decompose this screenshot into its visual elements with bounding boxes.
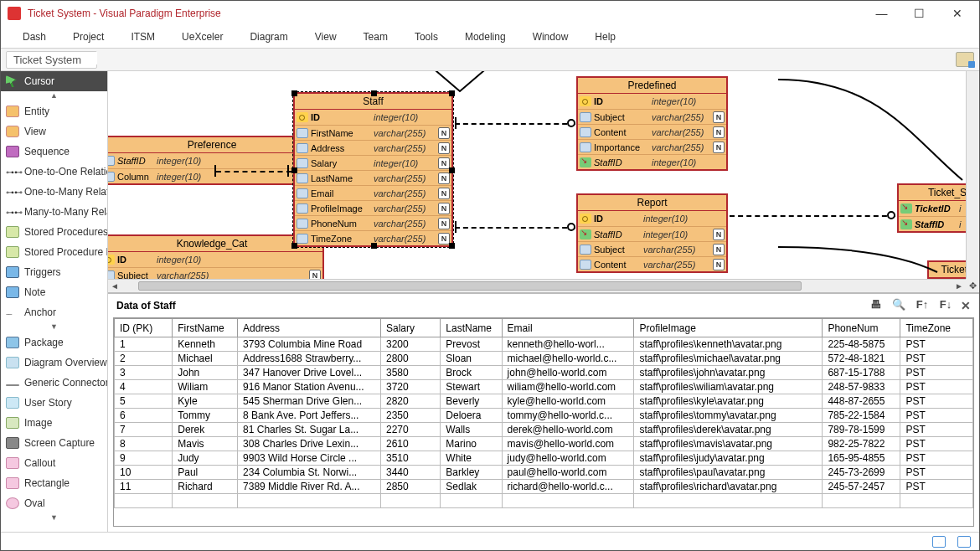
table-cell[interactable]: White <box>441 451 502 466</box>
entity-column[interactable]: IDinteger(10) <box>295 110 451 125</box>
maximize-button[interactable]: ☐ <box>900 2 938 25</box>
table-cell[interactable]: 7 <box>115 423 173 437</box>
table-cell[interactable]: 2820 <box>380 394 440 409</box>
table-cell[interactable]: 572-48-1821 <box>823 352 900 366</box>
sort-asc-button[interactable]: F↑ <box>914 298 931 313</box>
table-cell[interactable]: 3580 <box>380 366 440 380</box>
table-row-empty[interactable] <box>115 494 973 508</box>
column-header[interactable]: ID (PK) <box>115 319 173 337</box>
table-row[interactable]: 11Richard7389 Middle River Rd. A...2850S… <box>115 480 973 494</box>
table-cell[interactable]: 308 Charles Drive Lexin... <box>238 437 381 451</box>
menu-itsm[interactable]: ITSM <box>117 28 168 46</box>
table-cell[interactable]: 982-25-7822 <box>823 437 900 451</box>
menu-uexceler[interactable]: UeXceler <box>168 28 236 46</box>
doc-icon[interactable] <box>957 536 971 548</box>
table-cell[interactable]: kenneth@hello-worl... <box>502 337 634 352</box>
table-cell[interactable]: derek@hello-world.com <box>502 423 634 437</box>
menu-project[interactable]: Project <box>59 28 117 46</box>
table-cell[interactable]: PST <box>900 437 973 451</box>
sort-desc-button[interactable]: F↓ <box>937 298 954 313</box>
table-cell[interactable]: PST <box>900 380 973 394</box>
table-cell[interactable]: Wiliam <box>173 380 238 394</box>
table-cell[interactable]: 3440 <box>380 466 440 480</box>
table-cell[interactable]: mavis@hello-world.com <box>502 437 634 451</box>
menu-help[interactable]: Help <box>581 28 629 46</box>
table-cell[interactable]: 785-22-1584 <box>823 409 900 423</box>
table-cell[interactable]: PST <box>900 451 973 466</box>
table-cell[interactable]: 8 Bank Ave. Port Jeffers... <box>238 409 381 423</box>
table-cell[interactable]: Barkley <box>441 466 502 480</box>
table-cell[interactable]: 6 <box>115 409 173 423</box>
table-row[interactable]: 4Wiliam916 Manor Station Avenu...3720Ste… <box>115 380 973 394</box>
entity-column[interactable]: IDinteger(10) <box>578 211 726 226</box>
table-cell[interactable]: michael@hello-world.c... <box>502 352 634 366</box>
tool-user-story[interactable]: User Story <box>1 393 107 413</box>
table-cell[interactable]: 248-57-9833 <box>823 380 900 394</box>
table-cell[interactable]: 245-57-2457 <box>823 480 900 494</box>
table-cell[interactable]: Sedlak <box>441 480 502 494</box>
table-row[interactable]: 10Paul234 Columbia St. Norwi...3440Barkl… <box>115 466 973 480</box>
menu-modeling[interactable]: Modeling <box>451 28 519 46</box>
table-cell[interactable]: PST <box>900 337 973 352</box>
table-cell[interactable]: 7389 Middle River Rd. A... <box>238 480 381 494</box>
table-cell[interactable]: PST <box>900 466 973 480</box>
table-cell[interactable]: Address1688 Strawberry... <box>238 352 381 366</box>
table-row[interactable]: 1Kenneth3793 Columbia Mine Road3200Prevo… <box>115 337 973 352</box>
table-cell[interactable]: staff\profiles\mavis\avatar.png <box>634 437 823 451</box>
table-cell[interactable]: Mavis <box>173 437 238 451</box>
diagram-canvas[interactable]: Preference StaffIDinteger(10)NColumninte… <box>108 71 979 293</box>
connector[interactable] <box>216 171 291 173</box>
table-cell[interactable]: 2350 <box>380 409 440 423</box>
column-header[interactable]: PhoneNum <box>823 319 900 337</box>
table-cell[interactable]: 2270 <box>380 423 440 437</box>
table-cell[interactable]: 3510 <box>380 451 440 466</box>
entity-column[interactable]: Contentvarchar(255)N <box>578 256 726 271</box>
tool-stored-procedures[interactable]: Stored Procedures <box>1 222 107 242</box>
table-cell[interactable]: 234 Columbia St. Norwi... <box>238 466 381 480</box>
table-cell[interactable]: 9 <box>115 451 173 466</box>
entity-column[interactable]: StaffIDinteger(10)N <box>578 226 726 241</box>
table-cell[interactable]: Paul <box>173 466 238 480</box>
mail-icon[interactable] <box>932 536 946 548</box>
table-cell[interactable]: PST <box>900 366 973 380</box>
table-cell[interactable]: Michael <box>173 352 238 366</box>
table-cell[interactable]: staff\profiles\michael\avatar.png <box>634 352 823 366</box>
table-cell[interactable]: PST <box>900 423 973 437</box>
table-cell[interactable]: 81 Charles St. Sugar La... <box>238 423 381 437</box>
table-row[interactable]: 2MichaelAddress1688 Strawberry...2800Slo… <box>115 352 973 366</box>
tool-screen-capture[interactable]: Screen Capture <box>1 433 107 453</box>
table-cell[interactable]: staff\profiles\paul\avatar.png <box>634 466 823 480</box>
table-row[interactable]: 7Derek81 Charles St. Sugar La...2270Wall… <box>115 423 973 437</box>
tool-generic-connector[interactable]: Generic Connector <box>1 373 107 393</box>
connector[interactable] <box>455 123 575 125</box>
diagram-navigator-icon[interactable] <box>956 52 974 67</box>
table-cell[interactable]: staff\profiles\kyle\avatar.png <box>634 394 823 409</box>
horizontal-scrollbar[interactable]: ◄► <box>108 279 966 292</box>
palette-expand-icon[interactable]: ▼ <box>1 322 107 332</box>
find-icon[interactable]: 🔍 <box>890 298 907 313</box>
table-cell[interactable]: 3200 <box>380 337 440 352</box>
table-cell[interactable]: 3793 Columbia Mine Road <box>238 337 381 352</box>
tool-entity[interactable]: Entity <box>1 101 107 121</box>
table-cell[interactable]: Marino <box>441 437 502 451</box>
palette-expand-icon[interactable]: ▼ <box>1 513 107 523</box>
table-row[interactable]: 8Mavis308 Charles Drive Lexin...2610Mari… <box>115 437 973 451</box>
breadcrumb-root[interactable]: Ticket System <box>6 51 97 69</box>
tool-stored-procedure-result-set[interactable]: Stored Procedure Result Set <box>1 242 107 262</box>
menu-team[interactable]: Team <box>350 28 401 46</box>
entity-column[interactable]: LastNamevarchar(255)N <box>295 170 451 185</box>
table-cell[interactable]: staff\profiles\kenneth\avatar.png <box>634 337 823 352</box>
table-cell[interactable]: PST <box>900 409 973 423</box>
table-cell[interactable]: staff\profiles\derek\avatar.png <box>634 423 823 437</box>
print-icon[interactable]: 🖶 <box>867 298 884 313</box>
tool-note[interactable]: Note <box>1 282 107 302</box>
column-header[interactable]: LastName <box>441 319 502 337</box>
table-cell[interactable]: 1 <box>115 337 173 352</box>
table-cell[interactable]: Tommy <box>173 409 238 423</box>
table-cell[interactable]: Richard <box>173 480 238 494</box>
table-cell[interactable]: 2610 <box>380 437 440 451</box>
table-cell[interactable]: Judy <box>173 451 238 466</box>
table-cell[interactable]: PST <box>900 394 973 409</box>
tool-package[interactable]: Package <box>1 332 107 353</box>
table-cell[interactable]: 4 <box>115 380 173 394</box>
